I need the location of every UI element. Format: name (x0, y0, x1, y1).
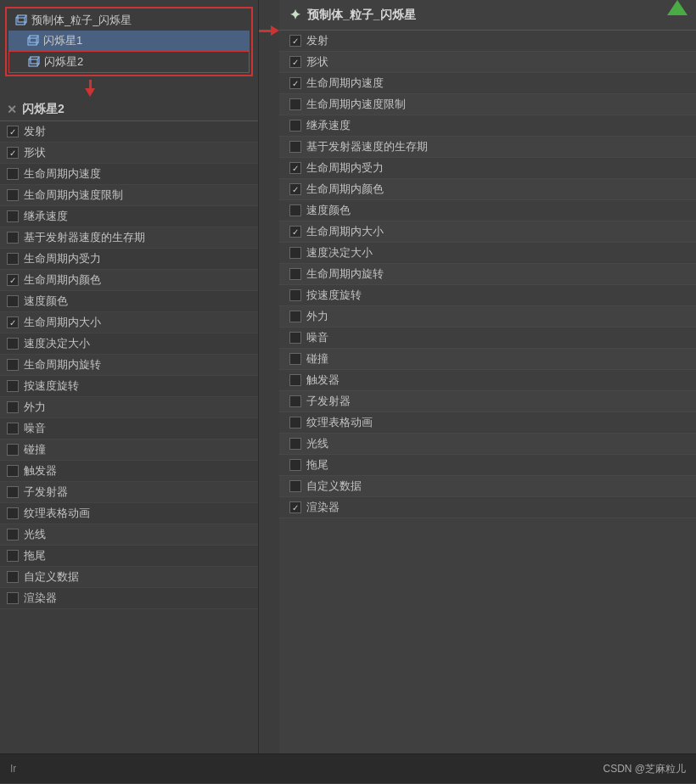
right-prop-row[interactable]: 基于发射器速度的生存期 (279, 137, 696, 158)
right-prop-checkbox[interactable] (289, 480, 301, 492)
left-prop-row[interactable]: 发射 (0, 121, 258, 143)
right-prop-checkbox[interactable] (289, 268, 301, 280)
left-prop-row[interactable]: 渲染器 (0, 588, 258, 609)
right-prop-row[interactable]: 纹理表格动画 (279, 412, 696, 434)
left-prop-row[interactable]: 生命周期内速度 (0, 164, 258, 185)
left-prop-row[interactable]: 按速度旋转 (0, 376, 258, 397)
left-prop-checkbox[interactable] (7, 571, 19, 583)
left-prop-row[interactable]: 拖尾 (0, 546, 258, 567)
left-prop-checkbox[interactable] (7, 274, 19, 286)
left-prop-checkbox[interactable] (7, 465, 19, 477)
left-prop-checkbox[interactable] (7, 295, 19, 307)
right-prop-row[interactable]: 光线 (279, 434, 696, 455)
right-prop-row[interactable]: 生命周期内速度 (279, 73, 696, 94)
left-prop-row[interactable]: 速度决定大小 (0, 333, 258, 355)
left-prop-label: 噪音 (24, 421, 46, 436)
right-prop-row[interactable]: 速度决定大小 (279, 243, 696, 264)
right-prop-row[interactable]: 形状 (279, 52, 696, 73)
left-prop-checkbox[interactable] (7, 401, 19, 413)
right-prop-checkbox[interactable] (289, 162, 301, 174)
left-prop-checkbox[interactable] (7, 168, 19, 180)
left-prop-checkbox[interactable] (7, 253, 19, 265)
left-prop-checkbox[interactable] (7, 550, 19, 562)
right-prop-row[interactable]: 渲染器 (279, 497, 696, 518)
right-prop-row[interactable]: 生命周期内速度限制 (279, 94, 696, 115)
right-prop-checkbox[interactable] (289, 374, 301, 386)
right-prop-row[interactable]: 拖尾 (279, 455, 696, 476)
right-prop-checkbox[interactable] (289, 141, 301, 153)
right-prop-checkbox[interactable] (289, 289, 301, 301)
right-prop-row[interactable]: 发射 (279, 31, 696, 52)
right-prop-row[interactable]: 自定义数据 (279, 476, 696, 497)
right-prop-row[interactable]: 速度颜色 (279, 200, 696, 221)
right-prop-checkbox[interactable] (289, 395, 301, 407)
right-prop-row[interactable]: 生命周期内受力 (279, 158, 696, 179)
left-prop-checkbox[interactable] (7, 444, 19, 456)
left-prop-checkbox[interactable] (7, 210, 19, 222)
right-prop-checkbox[interactable] (289, 311, 301, 322)
right-prop-checkbox[interactable] (289, 226, 301, 238)
left-prop-checkbox[interactable] (7, 380, 19, 392)
tree-child2-node[interactable]: 闪烁星2 (8, 51, 250, 73)
left-prop-row[interactable]: 生命周期内速度限制 (0, 185, 258, 206)
right-prop-row[interactable]: 生命周期内大小 (279, 221, 696, 243)
right-prop-row[interactable]: 生命周期内旋转 (279, 264, 696, 285)
left-prop-row[interactable]: 触发器 (0, 461, 258, 482)
left-prop-checkbox[interactable] (7, 423, 19, 434)
right-prop-checkbox[interactable] (289, 438, 301, 450)
left-prop-row[interactable]: 生命周期内颜色 (0, 270, 258, 291)
right-prop-row[interactable]: 子发射器 (279, 391, 696, 412)
left-prop-row[interactable]: 形状 (0, 143, 258, 164)
left-prop-checkbox[interactable] (7, 232, 19, 244)
right-prop-checkbox[interactable] (289, 56, 301, 68)
left-prop-row[interactable]: 生命周期内受力 (0, 249, 258, 270)
left-prop-row[interactable]: 纹理表格动画 (0, 503, 258, 524)
right-prop-checkbox[interactable] (289, 459, 301, 471)
right-prop-checkbox[interactable] (289, 98, 301, 110)
right-prop-row[interactable]: 触发器 (279, 370, 696, 391)
left-prop-row[interactable]: 自定义数据 (0, 567, 258, 588)
left-prop-row[interactable]: 碰撞 (0, 440, 258, 461)
left-props-list: 发射形状生命周期内速度生命周期内速度限制继承速度基于发射器速度的生存期生命周期内… (0, 121, 258, 609)
right-prop-checkbox[interactable] (289, 353, 301, 365)
left-prop-checkbox[interactable] (7, 529, 19, 540)
left-prop-row[interactable]: 噪音 (0, 418, 258, 440)
tree-root-node[interactable]: 预制体_粒子_闪烁星 (8, 10, 250, 31)
right-prop-row[interactable]: 噪音 (279, 328, 696, 349)
left-prop-checkbox[interactable] (7, 338, 19, 350)
left-prop-row[interactable]: 速度颜色 (0, 291, 258, 312)
left-prop-label: 速度决定大小 (24, 336, 90, 351)
right-prop-row[interactable]: 按速度旋转 (279, 285, 696, 306)
right-prop-row[interactable]: 外力 (279, 306, 696, 328)
right-prop-checkbox[interactable] (289, 77, 301, 89)
right-prop-checkbox[interactable] (289, 332, 301, 344)
left-prop-row[interactable]: 外力 (0, 397, 258, 418)
left-prop-checkbox[interactable] (7, 316, 19, 328)
right-prop-checkbox[interactable] (289, 417, 301, 428)
right-prop-checkbox[interactable] (289, 501, 301, 513)
left-prop-checkbox[interactable] (7, 359, 19, 371)
left-prop-row[interactable]: 生命周期内旋转 (0, 355, 258, 376)
left-prop-row[interactable]: 基于发射器速度的生存期 (0, 227, 258, 249)
left-prop-row[interactable]: 生命周期内大小 (0, 312, 258, 333)
left-prop-checkbox[interactable] (7, 189, 19, 201)
right-prop-checkbox[interactable] (289, 247, 301, 259)
left-prop-checkbox[interactable] (7, 507, 19, 519)
left-prop-label: 生命周期内速度限制 (24, 188, 123, 203)
right-prop-checkbox[interactable] (289, 204, 301, 216)
left-prop-row[interactable]: 子发射器 (0, 482, 258, 503)
right-prop-checkbox[interactable] (289, 120, 301, 132)
right-prop-row[interactable]: 生命周期内颜色 (279, 179, 696, 200)
left-prop-checkbox[interactable] (7, 486, 19, 498)
left-prop-row[interactable]: 光线 (0, 524, 258, 546)
left-prop-checkbox[interactable] (7, 147, 19, 159)
selected-title-text: 闪烁星2 (22, 102, 65, 117)
right-prop-row[interactable]: 碰撞 (279, 349, 696, 370)
right-prop-row[interactable]: 继承速度 (279, 115, 696, 137)
tree-child1-node[interactable]: 闪烁星1 (8, 31, 250, 51)
left-prop-checkbox[interactable] (7, 126, 19, 137)
left-prop-checkbox[interactable] (7, 592, 19, 604)
right-prop-checkbox[interactable] (289, 35, 301, 47)
right-prop-checkbox[interactable] (289, 183, 301, 195)
left-prop-row[interactable]: 继承速度 (0, 206, 258, 227)
